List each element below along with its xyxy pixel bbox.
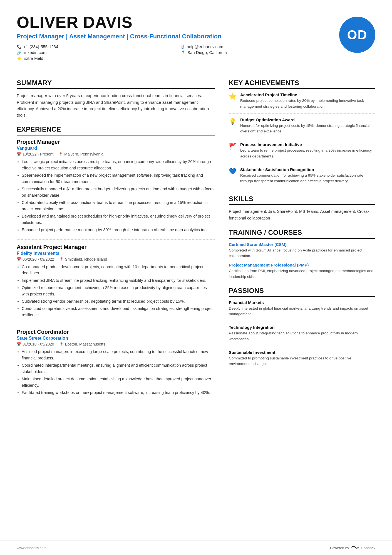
job-1-date: 📅 10/2022 - Present — [17, 152, 53, 156]
job-1-bullet-6: Enhanced project performance monitoring … — [22, 227, 215, 233]
training-2-title: Project Management Professional (PMP) — [229, 263, 375, 267]
location-text: San Diego, California — [187, 50, 227, 55]
job-1-meta: 📅 10/2022 - Present 📍 Malvern, Pennsylva… — [17, 152, 215, 156]
achievement-2: 💡 Budget Optimization Award Honored for … — [229, 117, 375, 139]
email-text: help@enhancv.com — [187, 44, 223, 49]
achievement-2-content: Budget Optimization Award Honored for op… — [240, 117, 375, 134]
achievement-4: 💙 Stakeholder Satisfaction Recognition R… — [229, 167, 375, 188]
job-1-bullet-2: Spearheaded the implementation of a new … — [22, 172, 215, 185]
job-3-meta: 📅 01/2018 - 05/2020 📍 Boston, Massachuse… — [17, 342, 215, 346]
passion-1: Financial Markets Deeply interested in g… — [229, 300, 375, 321]
email-icon: @ — [181, 45, 185, 49]
job-2-company: Fidelity Investments — [17, 251, 215, 256]
training-title: TRAINING / COURSES — [229, 229, 375, 239]
job-1-bullet-3: Successfully managed a $1 million projec… — [22, 186, 215, 198]
summary-section: SUMMARY Project manager with over 5 year… — [17, 79, 215, 118]
achievement-1-desc: Reduced project completion rates by 20% … — [240, 98, 375, 109]
contact-extra: ⭐ Extra Field — [17, 56, 164, 61]
body: SUMMARY Project manager with over 5 year… — [0, 69, 392, 541]
skills-section: SKILLS Project management, Jira, SharePo… — [229, 195, 375, 221]
job-2-meta: 📅 06/2020 - 09/2022 📍 Smithfield, Rhode … — [17, 257, 215, 262]
passion-2-title: Technology Integration — [229, 325, 375, 330]
calendar-icon-2: 📅 — [17, 257, 21, 261]
training-2: Project Management Professional (PMP) Ce… — [229, 263, 375, 280]
achievement-1-content: Accelerated Project Timeline Reduced pro… — [240, 92, 375, 109]
achievement-2-title: Budget Optimization Award — [240, 117, 375, 122]
calendar-icon-1: 📅 — [17, 152, 21, 156]
job-1: Project Manager Vanguard 📅 10/2022 - Pre… — [17, 139, 215, 233]
job-2-bullet-3: Optimized resource management, achieving… — [22, 285, 215, 297]
job-3-bullet-1: Assisted project managers in executing l… — [22, 349, 215, 361]
skills-title: SKILLS — [229, 195, 375, 205]
training-2-desc: Certification from PMI, emphasizing adva… — [229, 268, 375, 280]
passion-3: Sustainable Investment Committed to prom… — [229, 350, 375, 371]
achievement-3-desc: Led a team to refine project processes, … — [240, 148, 375, 159]
passion-1-title: Financial Markets — [229, 300, 375, 305]
passion-1-desc: Deeply interested in global financial ma… — [229, 306, 375, 317]
location-icon-1: 📍 — [58, 152, 63, 156]
job-2-bullet-2: Implemented JIRA to streamline project t… — [22, 277, 215, 283]
achievement-3-title: Process Improvement Initiative — [240, 142, 375, 147]
achievement-3-icon: 🚩 — [229, 143, 236, 159]
job-1-location-text: Malvern, Pennsylvania — [64, 152, 103, 156]
achievement-2-icon: 💡 — [229, 118, 236, 134]
passion-3-desc: Committed to promoting sustainable inves… — [229, 356, 375, 367]
candidate-name: OLIVER DAVIS — [17, 14, 328, 31]
training-section: TRAINING / COURSES Certified ScrumMaster… — [229, 229, 375, 280]
achievements-title: KEY ACHIEVEMENTS — [229, 79, 375, 89]
brand-name: Enhancv — [361, 546, 375, 550]
job-1-bullet-1: Led strategic project initiatives across… — [22, 159, 215, 171]
achievement-4-title: Stakeholder Satisfaction Recognition — [240, 167, 375, 172]
job-3-date-text: 01/2018 - 05/2020 — [23, 342, 54, 346]
resume-page: OLIVER DAVIS Project Manager | Asset Man… — [0, 0, 392, 555]
linkedin-icon: 🔗 — [17, 50, 21, 55]
job-3-bullets: Assisted project managers in executing l… — [17, 349, 215, 396]
extra-text: Extra Field — [23, 56, 43, 61]
job-3-bullet-4: Facilitated training workshops on new pr… — [22, 389, 215, 396]
location-icon-3: 📍 — [59, 342, 64, 346]
linkedin-text: linkedin.com — [23, 50, 46, 55]
achievement-2-desc: Honored for optimizing project costs by … — [240, 123, 375, 134]
job-1-date-text: 10/2022 - Present — [23, 152, 53, 156]
job-2-location-text: Smithfield, Rhode Island — [65, 257, 107, 262]
achievement-4-desc: Received commendation for achieving a 95… — [240, 173, 375, 184]
right-column: KEY ACHIEVEMENTS ⭐ Accelerated Project T… — [229, 69, 375, 524]
job-3-location-text: Boston, Massachusetts — [65, 342, 105, 346]
job-2-date: 📅 06/2020 - 09/2022 — [17, 257, 54, 262]
achievement-4-content: Stakeholder Satisfaction Recognition Rec… — [240, 167, 375, 184]
summary-title: SUMMARY — [17, 79, 215, 89]
job-2: Assistant Project Manager Fidelity Inves… — [17, 244, 215, 318]
experience-section: EXPERIENCE Project Manager Vanguard 📅 10… — [17, 125, 215, 396]
job-3-date: 📅 01/2018 - 05/2020 — [17, 342, 54, 346]
phone-text: +1-(234)-555-1234 — [23, 44, 58, 49]
summary-text: Project manager with over 5 years of exp… — [17, 92, 215, 118]
job-2-date-text: 06/2020 - 09/2022 — [23, 257, 54, 262]
job-2-bullet-5: Conducted comprehensive risk assessments… — [22, 305, 215, 318]
achievement-4-icon: 💙 — [229, 168, 236, 184]
contact-email: @ help@enhancv.com — [181, 44, 328, 49]
job-2-title: Assistant Project Manager — [17, 244, 215, 250]
job-1-bullet-4: Collaborated closely with cross-function… — [22, 199, 215, 212]
header-right: OD — [328, 14, 375, 53]
passions-title: PASSIONS — [229, 287, 375, 297]
job-2-bullets: Co-managed product development projects,… — [17, 264, 215, 318]
job-2-bullet-1: Co-managed product development projects,… — [22, 264, 215, 276]
job-3: Project Coordinator State Street Corpora… — [17, 329, 215, 396]
job-separator-1 — [17, 239, 215, 240]
header-left: OLIVER DAVIS Project Manager | Asset Man… — [17, 14, 328, 61]
experience-title: EXPERIENCE — [17, 125, 215, 135]
passion-2: Technology Integration Passionate about … — [229, 325, 375, 346]
location-icon-2: 📍 — [59, 257, 64, 261]
job-2-location: 📍 Smithfield, Rhode Island — [59, 257, 107, 262]
job-3-bullet-2: Coordinated interdepartmental meetings, … — [22, 362, 215, 375]
training-1: Certified ScrumMaster (CSM) Completed wi… — [229, 242, 375, 259]
passion-2-desc: Passionate about integrating tech soluti… — [229, 330, 375, 342]
phone-icon: 📞 — [17, 45, 21, 49]
job-3-company: State Street Corporation — [17, 336, 215, 341]
contact-location: 📍 San Diego, California — [181, 50, 328, 55]
footer-logo-text — [351, 545, 359, 551]
contact-phone: 📞 +1-(234)-555-1234 — [17, 44, 164, 49]
left-column: SUMMARY Project manager with over 5 year… — [17, 69, 215, 524]
passions-section: PASSIONS Financial Markets Deeply intere… — [229, 287, 375, 371]
job-3-bullet-3: Maintained detailed project documentatio… — [22, 376, 215, 388]
